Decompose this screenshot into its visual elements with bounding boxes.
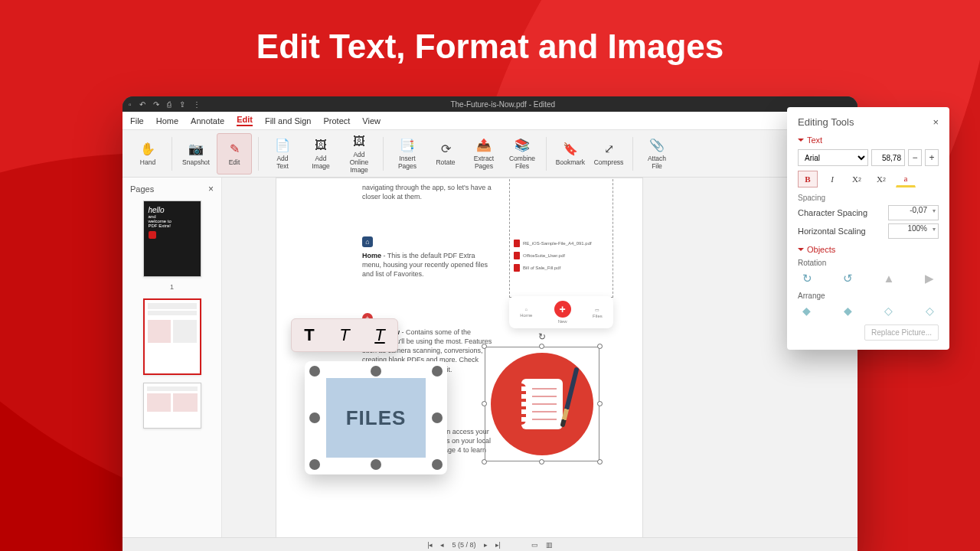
phone-tabbar: ⌂Home +New ▭Files (509, 296, 613, 328)
font-size-decrease[interactable]: − (908, 149, 922, 166)
add-text-icon: 📄 (275, 138, 290, 153)
superscript-button[interactable]: X2 (871, 171, 891, 187)
bookmark-icon: 🔖 (563, 142, 578, 157)
replace-picture-button[interactable]: Replace Picture... (864, 324, 939, 341)
prev-page-icon[interactable]: ◂ (440, 541, 444, 549)
text-style-popup[interactable]: T T T (291, 318, 398, 352)
menu-file[interactable]: File (130, 116, 144, 126)
last-page-icon[interactable]: ▸| (495, 541, 501, 549)
combine-icon: 📚 (514, 138, 530, 153)
flip-horizontal-icon[interactable]: ▶ (925, 272, 934, 285)
menubar: File Home Annotate Edit Fill and Sign Pr… (122, 112, 858, 130)
close-icon[interactable]: × (933, 116, 939, 128)
bold-button[interactable]: B (798, 171, 818, 187)
intro-text: navigating through the app, so let's hav… (362, 183, 492, 201)
section-text[interactable]: Text (798, 135, 939, 145)
rotate-handle-icon[interactable]: ↻ (538, 331, 546, 342)
bold-style-icon[interactable]: T (304, 325, 314, 345)
font-size-input[interactable] (871, 149, 905, 166)
paperclip-icon: 📎 (649, 138, 665, 153)
document-canvas[interactable]: navigating through the app, so let's hav… (222, 178, 858, 537)
menu-home[interactable]: Home (156, 116, 178, 126)
rotate-cw-icon[interactable]: ↻ (802, 272, 812, 285)
bring-front-icon[interactable]: ◆ (802, 305, 811, 317)
view-mode-icon[interactable]: ▭ (531, 541, 538, 549)
attach-file-button[interactable]: 📎Attach File (639, 133, 675, 174)
bookmark-button[interactable]: 🔖Bookmark (553, 133, 588, 174)
menu-view[interactable]: View (362, 116, 381, 126)
laptop-frame: ▫ ↶ ↷ ⎙ ⇪ ⋮ The-Future-is-Now.pdf - Edit… (122, 96, 858, 551)
selected-image[interactable]: ↻ (485, 347, 599, 461)
combine-files-button[interactable]: 📚Combine Files (505, 133, 540, 174)
phone-tab-home: ⌂Home (520, 307, 532, 318)
send-back-icon[interactable]: ◇ (926, 305, 934, 317)
flip-vertical-icon[interactable]: ▲ (883, 272, 894, 285)
plus-icon: + (554, 301, 571, 318)
extract-pages-button[interactable]: 📤Extract Pages (466, 133, 501, 174)
view-mode-icon[interactable]: ▥ (546, 541, 553, 549)
menu-annotate[interactable]: Annotate (191, 116, 224, 126)
editing-tools-panel: Editing Tools× Text Arial − + B I X2 X2 … (787, 107, 949, 350)
page-number-1: 1 (127, 283, 217, 291)
add-online-image-button[interactable]: 🖼Add Online Image (341, 133, 377, 174)
char-spacing-input[interactable]: -0,07 (888, 205, 939, 220)
rotate-ccw-icon[interactable]: ↺ (843, 272, 853, 285)
panel-title: Editing Tools (798, 116, 854, 128)
files-image-selection[interactable]: FILES (305, 361, 447, 474)
titlebar: ▫ ↶ ↷ ⎙ ⇪ ⋮ The-Future-is-Now.pdf - Edit… (122, 96, 858, 112)
rotate-button[interactable]: ⟳Rotate (428, 133, 463, 174)
bring-forward-icon[interactable]: ◆ (844, 305, 852, 317)
menu-protect[interactable]: Protect (323, 116, 350, 126)
home-block: ⌂ Home - This is the default PDF Extra m… (362, 236, 492, 279)
camera-icon: 📷 (188, 142, 204, 157)
font-color-button[interactable]: a (896, 171, 916, 187)
close-icon[interactable]: × (208, 184, 214, 194)
compress-icon: ⤢ (601, 142, 616, 157)
page-thumb-next[interactable] (143, 383, 201, 429)
char-spacing-label: Character Spacing (798, 208, 867, 217)
undo-icon[interactable]: ↶ (139, 100, 145, 109)
page-indicator: 5 (5 / 8) (452, 541, 475, 549)
hand-icon: ✋ (140, 142, 155, 157)
list-item: OfficeSuite_User.pdf (510, 249, 612, 262)
font-family-select[interactable]: Arial (798, 149, 868, 166)
menu-edit[interactable]: Edit (237, 115, 253, 126)
horizontal-scaling-label: Horizontal Scaling (798, 227, 866, 236)
section-objects[interactable]: Objects (798, 245, 939, 254)
page-thumb-current[interactable] (143, 298, 201, 375)
add-image-icon: 🖼 (313, 138, 328, 153)
menu-fillsign[interactable]: Fill and Sign (265, 116, 312, 126)
files-card-label: FILES (326, 378, 426, 458)
insert-pages-icon: 📑 (400, 138, 415, 153)
more-icon[interactable]: ⋮ (193, 100, 201, 109)
italic-button[interactable]: I (822, 171, 842, 187)
add-image-button[interactable]: 🖼Add Image (303, 133, 338, 174)
online-image-icon: 🖼 (351, 134, 367, 149)
page-thumb-1[interactable]: hello and welcome to PDF Extra! (143, 201, 201, 277)
font-size-increase[interactable]: + (925, 149, 939, 166)
first-page-icon[interactable]: |◂ (427, 541, 433, 549)
phone-crop-top: RE_iOS-Sample-File_A4_091.pdf OfficeSuit… (509, 178, 613, 298)
arrange-label: Arrange (798, 292, 939, 300)
save-icon[interactable]: ▫ (129, 100, 132, 109)
compress-button[interactable]: ⤢Compress (591, 133, 626, 174)
snapshot-tool[interactable]: 📷Snapshot (178, 133, 214, 174)
pages-panel: Pages× hello and welcome to PDF Extra! 1 (122, 178, 222, 537)
list-item: Bill of Sale_Fill.pdf (510, 262, 612, 274)
horizontal-scaling-input[interactable]: 100% (888, 223, 939, 239)
next-page-icon[interactable]: ▸ (484, 541, 488, 549)
add-text-button[interactable]: 📄Add Text (265, 133, 300, 174)
share-icon[interactable]: ⇪ (179, 100, 185, 109)
insert-pages-button[interactable]: 📑Insert Pages (390, 133, 425, 174)
subscript-button[interactable]: X2 (847, 171, 867, 187)
hand-tool[interactable]: ✋Hand (130, 133, 165, 174)
notepad-graphic (491, 353, 593, 455)
home-icon: ⌂ (362, 236, 373, 247)
send-backward-icon[interactable]: ◇ (884, 305, 893, 317)
redo-icon[interactable]: ↷ (153, 100, 159, 109)
print-icon[interactable]: ⎙ (167, 100, 172, 109)
edit-tool[interactable]: ✎Edit (217, 133, 252, 174)
underline-style-icon[interactable]: T (374, 325, 384, 345)
italic-style-icon[interactable]: T (339, 325, 349, 345)
document-title: The-Future-is-Now.pdf - Edited (210, 100, 796, 109)
